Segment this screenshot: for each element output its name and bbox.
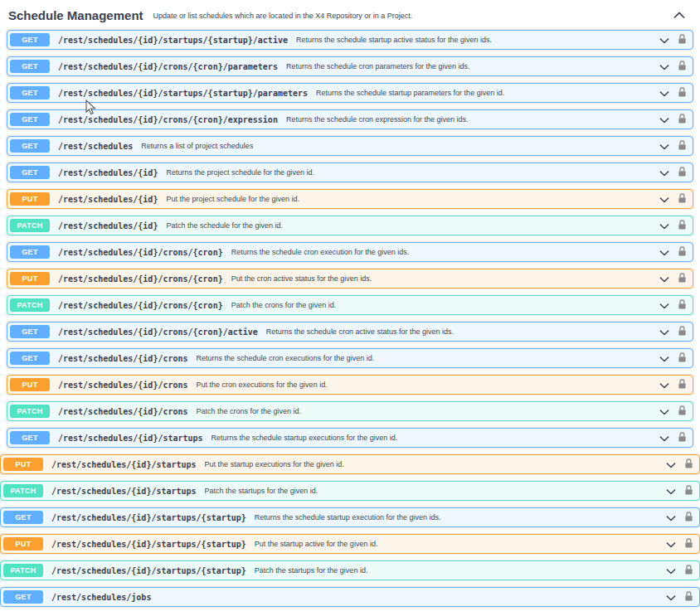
endpoint-description: Returns the schedule startup active stat… bbox=[296, 36, 492, 44]
chevron-down-icon bbox=[659, 220, 669, 232]
lock-icon bbox=[678, 325, 687, 339]
endpoint-row[interactable]: PUT /rest/schedules/{id} Put the project… bbox=[7, 189, 693, 209]
authorize-button[interactable] bbox=[678, 272, 687, 286]
expand-endpoint-button[interactable] bbox=[666, 485, 676, 497]
expand-endpoint-button[interactable] bbox=[659, 61, 669, 73]
method-badge: PUT bbox=[10, 272, 50, 285]
chevron-down-icon bbox=[659, 61, 669, 73]
endpoint-path: /rest/schedules/{id}/startups bbox=[51, 460, 197, 469]
expand-endpoint-button[interactable] bbox=[666, 591, 676, 604]
expand-endpoint-button[interactable] bbox=[659, 34, 669, 46]
authorize-button[interactable] bbox=[678, 219, 687, 233]
authorize-button[interactable] bbox=[678, 325, 687, 339]
authorize-button[interactable] bbox=[678, 60, 687, 74]
method-badge: GET bbox=[10, 431, 50, 444]
endpoint-row[interactable]: GET /rest/schedules/{id}/crons/{cron}/pa… bbox=[7, 56, 693, 76]
authorize-button[interactable] bbox=[678, 139, 687, 153]
expand-endpoint-button[interactable] bbox=[659, 299, 669, 312]
method-badge: PATCH bbox=[10, 298, 50, 312]
endpoint-path: /rest/schedules/{id}/startups/{startup}/… bbox=[58, 89, 308, 98]
endpoint-row[interactable]: PATCH /rest/schedules/{id}/startups Patc… bbox=[0, 481, 700, 501]
endpoint-row[interactable]: GET /rest/schedules/{id} Returns the pro… bbox=[7, 162, 693, 182]
endpoint-row[interactable]: GET /rest/schedules/{id}/startups Return… bbox=[7, 428, 693, 448]
lock-icon bbox=[684, 511, 693, 525]
endpoint-row[interactable]: GET /rest/schedules/{id}/crons/{cron} Re… bbox=[7, 242, 693, 262]
expand-endpoint-button[interactable] bbox=[659, 326, 669, 338]
endpoint-row[interactable]: GET /rest/schedules/{id}/startups/{start… bbox=[0, 507, 700, 527]
endpoint-row[interactable]: PATCH /rest/schedules/{id}/crons Patch t… bbox=[7, 401, 693, 421]
method-badge: GET bbox=[10, 245, 50, 259]
collapse-section-button[interactable] bbox=[668, 7, 690, 23]
expand-endpoint-button[interactable] bbox=[659, 193, 669, 206]
endpoint-path: /rest/schedules/{id}/crons/{cron}/active bbox=[58, 327, 258, 337]
endpoint-description: Put the startup executions for the given… bbox=[205, 460, 344, 468]
lock-icon bbox=[684, 484, 693, 498]
expand-endpoint-button[interactable] bbox=[659, 114, 669, 126]
authorize-button[interactable] bbox=[678, 405, 687, 419]
endpoint-row[interactable]: PATCH /rest/schedules/{id}/startups/{sta… bbox=[0, 560, 700, 580]
expand-endpoint-button[interactable] bbox=[666, 565, 676, 577]
authorize-button[interactable] bbox=[678, 166, 687, 180]
expand-endpoint-button[interactable] bbox=[659, 273, 669, 285]
endpoint-row[interactable]: GET /rest/schedules/jobs bbox=[0, 587, 700, 607]
lock-icon bbox=[678, 272, 687, 286]
expand-endpoint-button[interactable] bbox=[666, 512, 676, 524]
endpoint-row[interactable]: GET /rest/schedules/{id}/startups/{start… bbox=[7, 30, 693, 50]
chevron-down-icon bbox=[659, 246, 669, 259]
endpoint-row[interactable]: PUT /rest/schedules/{id}/crons/{cron} Pu… bbox=[7, 269, 693, 289]
endpoint-description: Patch the startups for the given id. bbox=[255, 566, 368, 575]
expand-endpoint-button[interactable] bbox=[659, 220, 669, 232]
endpoint-row[interactable]: GET /rest/schedules/{id}/crons/{cron}/ac… bbox=[7, 322, 693, 342]
endpoint-row[interactable]: PUT /rest/schedules/{id}/startups Put th… bbox=[0, 454, 700, 474]
endpoint-row[interactable]: PUT /rest/schedules/{id}/crons Put the c… bbox=[7, 375, 693, 395]
lock-icon bbox=[684, 564, 693, 578]
method-badge: GET bbox=[10, 60, 50, 73]
authorize-button[interactable] bbox=[678, 113, 687, 127]
expand-endpoint-button[interactable] bbox=[666, 538, 676, 551]
expand-endpoint-button[interactable] bbox=[659, 246, 669, 259]
endpoint-row[interactable]: PUT /rest/schedules/{id}/startups/{start… bbox=[0, 534, 700, 554]
endpoint-description: Returns the schedule cron parameters for… bbox=[286, 62, 470, 70]
authorize-button[interactable] bbox=[678, 352, 687, 366]
expand-endpoint-button[interactable] bbox=[659, 405, 669, 418]
section-header[interactable]: Schedule Management Update or list sched… bbox=[0, 0, 700, 27]
endpoint-row[interactable]: GET /rest/schedules/{id}/crons/{cron}/ex… bbox=[7, 109, 693, 129]
endpoint-path: /rest/schedules/jobs bbox=[51, 593, 151, 602]
endpoint-path: /rest/schedules/{id}/startups/{startup} bbox=[51, 566, 246, 575]
chevron-down-icon bbox=[659, 352, 669, 365]
chevron-down-icon bbox=[659, 432, 669, 444]
expand-endpoint-button[interactable] bbox=[659, 167, 669, 179]
endpoint-row[interactable]: GET /rest/schedules Returns a list of pr… bbox=[7, 136, 693, 156]
endpoint-row[interactable]: PATCH /rest/schedules/{id} Patch the sch… bbox=[7, 216, 693, 235]
expand-endpoint-button[interactable] bbox=[666, 458, 676, 471]
authorize-button[interactable] bbox=[678, 86, 687, 100]
expand-endpoint-button[interactable] bbox=[659, 87, 669, 99]
lock-icon bbox=[678, 219, 687, 233]
authorize-button[interactable] bbox=[684, 564, 693, 578]
authorize-button[interactable] bbox=[684, 537, 693, 551]
authorize-button[interactable] bbox=[684, 484, 693, 498]
expand-endpoint-button[interactable] bbox=[659, 379, 669, 391]
chevron-down-icon bbox=[659, 34, 669, 46]
expand-endpoint-button[interactable] bbox=[659, 140, 669, 153]
endpoint-row[interactable]: GET /rest/schedules/{id}/startups/{start… bbox=[7, 83, 693, 103]
lock-icon bbox=[678, 378, 687, 392]
authorize-button[interactable] bbox=[678, 431, 687, 445]
authorize-button[interactable] bbox=[678, 298, 687, 313]
authorize-button[interactable] bbox=[684, 458, 693, 472]
endpoint-row[interactable]: PATCH /rest/schedules/{id}/crons/{cron} … bbox=[7, 295, 693, 315]
method-badge: GET bbox=[10, 113, 50, 126]
endpoint-row[interactable]: GET /rest/schedules/{id}/crons Returns t… bbox=[7, 348, 693, 368]
method-badge: GET bbox=[10, 166, 50, 179]
authorize-button[interactable] bbox=[678, 245, 687, 259]
chevron-down-icon bbox=[659, 299, 669, 312]
authorize-button[interactable] bbox=[678, 192, 687, 206]
endpoint-description: Returns the schedule cron active status … bbox=[266, 327, 454, 336]
endpoint-description: Put the cron executions for the given id… bbox=[197, 381, 328, 389]
expand-endpoint-button[interactable] bbox=[659, 352, 669, 365]
authorize-button[interactable] bbox=[678, 378, 687, 392]
authorize-button[interactable] bbox=[684, 590, 693, 604]
expand-endpoint-button[interactable] bbox=[659, 432, 669, 444]
authorize-button[interactable] bbox=[684, 511, 693, 525]
authorize-button[interactable] bbox=[678, 33, 687, 47]
